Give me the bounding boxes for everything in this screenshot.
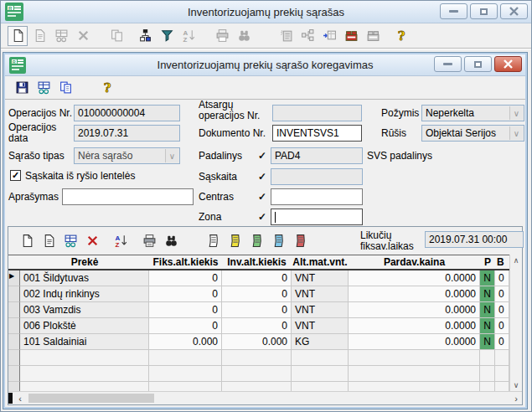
dialog-maximize-button[interactable]	[464, 56, 492, 72]
table-row[interactable]: 006 Plokštė 0 0 VNT 0.0000 N 0	[8, 318, 509, 334]
zona-label: Zona	[199, 212, 221, 223]
status-badge: N	[480, 286, 495, 302]
link-tree-icon[interactable]	[297, 26, 318, 46]
new-document-icon[interactable]	[8, 26, 28, 46]
aprasymas-field[interactable]	[62, 188, 194, 205]
import-item-icon[interactable]	[276, 26, 296, 46]
svg-text:Z: Z	[183, 36, 187, 43]
atsargu-operacijos-nr-field[interactable]	[272, 105, 362, 121]
horizontal-scrollbar[interactable]: ‹ ›	[8, 391, 522, 404]
save-icon[interactable]	[12, 78, 32, 98]
close-button[interactable]	[500, 3, 528, 19]
dialog-form: Operacijos Nr. 010000000004 Atsargų oper…	[5, 100, 525, 224]
col-p[interactable]: P	[480, 256, 495, 268]
saskaita-is-rysio-label: Sąskaita iš ryšio lentelės	[25, 171, 135, 182]
operacijos-data-field[interactable]: 2019.07.31	[74, 125, 180, 142]
journal-yellow-icon[interactable]	[225, 230, 245, 250]
col-preke[interactable]: Prekė	[20, 256, 149, 268]
chevron-down-icon[interactable]: ∨	[509, 126, 523, 140]
filter-tree-icon[interactable]	[135, 26, 155, 46]
dialog-minimize-button[interactable]	[434, 56, 462, 72]
svg-text:R: R	[13, 59, 16, 64]
open-document-icon[interactable]	[29, 26, 49, 46]
print-icon[interactable]	[139, 230, 159, 250]
scrollbar-edge	[8, 393, 13, 404]
svg-text:R: R	[8, 6, 13, 11]
register-red-icon[interactable]	[341, 26, 361, 46]
main-titlebar[interactable]: R Inventorizuojamų prekių sąrašas	[1, 1, 531, 23]
lookup-check-icon[interactable]: ✓	[258, 211, 266, 223]
scroll-right-icon[interactable]: ›	[510, 392, 522, 404]
svg-text:?: ?	[103, 80, 111, 95]
dialog-close-button[interactable]	[494, 56, 522, 72]
print-icon[interactable]	[212, 26, 232, 46]
journal-white-icon[interactable]	[203, 230, 223, 250]
scroll-up-icon[interactable]: ∧	[514, 256, 519, 265]
table-row[interactable]: ▶ 001 Šildytuvas 0 0 VNT 0.0000 N 0	[8, 270, 509, 286]
sort-az-icon[interactable]: AZ	[111, 230, 131, 250]
saraso-tipas-label: Sąrašo tipas	[8, 151, 65, 162]
status-badge: N	[480, 318, 495, 334]
scroll-down-icon[interactable]: ∨	[514, 381, 519, 389]
col-b[interactable]: B	[495, 256, 509, 268]
find-icon[interactable]	[234, 26, 254, 46]
col-alt-mat-vnt[interactable]: Alt.mat.vnt.	[292, 256, 349, 268]
saskaita-label: Sąskaita	[199, 172, 237, 183]
lookup-check-icon[interactable]: ✓	[258, 150, 266, 162]
scrollbar-thumb[interactable]	[28, 394, 154, 403]
send-to-grid-icon[interactable]	[319, 26, 339, 46]
saraso-tipas-select[interactable]: Nėra sąrašo ∨	[74, 147, 180, 164]
padalinys-label: Padalinys	[199, 151, 242, 162]
zona-field[interactable]	[271, 209, 363, 225]
col-fiks-alt-kiekis[interactable]: Fiks.alt.kiekis	[149, 256, 222, 268]
journal-red-icon[interactable]	[290, 230, 310, 250]
register-gray-icon[interactable]	[363, 26, 383, 46]
row-marker-icon: ▶	[8, 270, 20, 286]
view-row-icon[interactable]	[39, 230, 59, 250]
status-badge: N	[480, 334, 495, 350]
filter-funnel-icon[interactable]	[157, 26, 177, 46]
edit-record-icon[interactable]	[34, 78, 54, 98]
scroll-left-icon[interactable]: ‹	[14, 392, 26, 404]
text-cursor	[275, 212, 276, 223]
dialog-titlebar[interactable]: R Inventorizuojamų prekių sąrašo koregav…	[5, 54, 525, 76]
operacijos-nr-field[interactable]: 010000000004	[74, 105, 180, 121]
new-row-icon[interactable]	[17, 230, 37, 250]
vertical-scrollbar[interactable]: ∧ ∨	[509, 255, 522, 391]
find-icon[interactable]	[161, 230, 181, 250]
maximize-button[interactable]	[470, 3, 498, 19]
table-row[interactable]: 003 Vamzdis 0 0 VNT 0.0000 N 0	[8, 302, 509, 318]
col-pardav-kaina[interactable]: Pardav.kaina	[349, 256, 480, 268]
fiksav-laikas-field[interactable]: 2019.07.31 00:00	[425, 231, 524, 248]
table-row[interactable]: 002 Indų rinkinys 0 0 VNT 0.0000 N 0	[8, 286, 509, 302]
delete-row-icon[interactable]	[82, 230, 102, 250]
dialog-window: R Inventorizuojamų prekių sąrašo koregav…	[3, 52, 528, 409]
edit-record-icon[interactable]	[51, 26, 71, 46]
dokumento-nr-field[interactable]: INVENTSVS1	[272, 125, 362, 142]
copy-icon[interactable]	[55, 78, 75, 98]
col-inv-alt-kiekis[interactable]: Inv.alt.kiekis	[222, 256, 292, 268]
table-row[interactable]: 101 Saldainiai 0.000 0.000 KG 0.0000 N 0	[8, 334, 509, 350]
padalinys-field[interactable]: PAD4	[271, 147, 363, 164]
edit-row-icon[interactable]	[60, 230, 80, 250]
rusis-select[interactable]: Objektai Serijos ∨	[421, 125, 524, 142]
help-icon[interactable]: ?	[97, 78, 117, 98]
journal-cyan-icon[interactable]	[268, 230, 288, 250]
delete-icon[interactable]	[73, 26, 93, 46]
dialog-toolbar: ?	[5, 76, 525, 100]
help-icon[interactable]: ?	[391, 26, 411, 46]
journal-green-icon[interactable]	[246, 230, 266, 250]
saskaita-field[interactable]	[271, 168, 363, 185]
sort-az-icon[interactable]: AZ	[178, 26, 199, 46]
centras-field[interactable]	[271, 188, 363, 205]
chevron-down-icon[interactable]: ∨	[509, 106, 523, 120]
atsargu-operacijos-nr-label: Atsargų operacijos Nr.	[199, 100, 272, 121]
lookup-check-icon[interactable]: ✓	[258, 191, 266, 203]
saskaita-is-rysio-checkbox[interactable]: ✓	[10, 170, 21, 181]
pozymis-select[interactable]: Neperkelta ∨	[421, 105, 524, 121]
lookup-check-icon[interactable]: ✓	[258, 171, 266, 183]
minimize-button[interactable]	[440, 3, 467, 19]
centras-label: Centras	[199, 192, 234, 203]
aprasymas-label: Aprašymas	[8, 192, 59, 203]
copy-icon[interactable]	[106, 26, 127, 46]
